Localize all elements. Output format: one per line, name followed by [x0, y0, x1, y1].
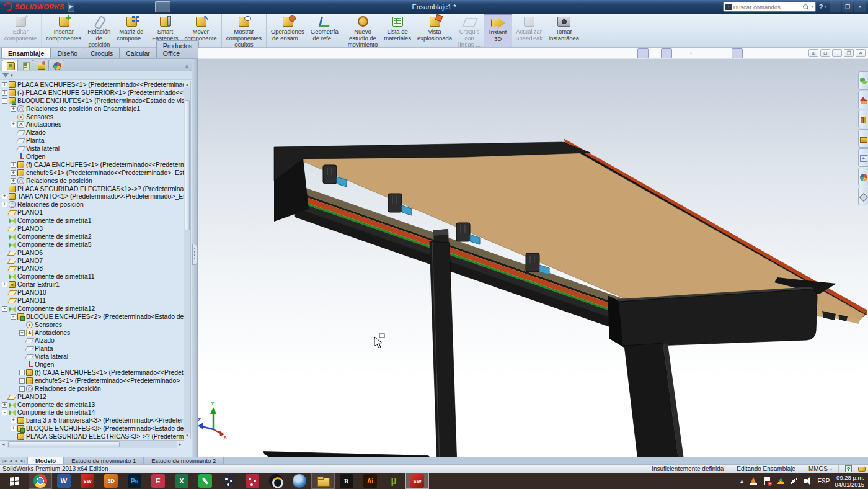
expand-toggle[interactable]: +	[19, 386, 25, 392]
command-tab[interactable]: Diseño	[50, 48, 84, 58]
print-button[interactable]: ▾	[125, 1, 139, 12]
expand-toggle[interactable]: +	[11, 106, 16, 112]
show-hidden-components-button[interactable]: Mostrar componentes ocultos ▾	[223, 14, 267, 47]
last-tab-button[interactable]: ►|	[19, 459, 25, 463]
design-library-tab[interactable]	[858, 110, 868, 128]
appearances-tab[interactable]	[858, 168, 868, 186]
tree-item[interactable]: + TAPA CANTO<1> (Predeterminado<<Predete…	[0, 192, 184, 200]
tray-network-signal-icon[interactable]	[790, 477, 799, 485]
insert-components-button[interactable]: Insertar componentes ▾	[43, 14, 84, 47]
zoom-to-area-button[interactable]: ▾	[696, 48, 707, 58]
tile-windows-button[interactable]: ⊟	[820, 49, 830, 57]
next-tab-button[interactable]: ►	[14, 459, 19, 463]
zoom-to-fit-button[interactable]: ▾	[637, 48, 649, 58]
tree-item[interactable]: Origen	[0, 361, 184, 369]
expand-toggle[interactable]: +	[11, 178, 16, 184]
tree-item[interactable]: - BLOQUE ENCHUFES<1> (Predeterminado<Est…	[0, 97, 184, 105]
taskbar-item[interactable]	[241, 473, 264, 489]
select-button[interactable]: ▾	[155, 1, 170, 12]
solidworks-forum-tab[interactable]	[858, 71, 868, 90]
edit-component-button[interactable]: Editar componente ▾	[1, 14, 42, 47]
expand-toggle[interactable]: +	[11, 170, 16, 176]
shaded-button[interactable]: ▾	[673, 48, 684, 58]
tree-filter-bar[interactable]: ▾	[0, 71, 192, 80]
expand-toggle[interactable]: +	[2, 194, 7, 199]
command-tab[interactable]: Ensamblaje	[1, 48, 51, 58]
tree-item[interactable]: + Cortar-Extruir1	[0, 280, 184, 289]
mate-button[interactable]: Relación de posición ▾	[84, 14, 113, 47]
tree-item[interactable]: Componente de simetría11	[0, 272, 184, 280]
desk-left-leg[interactable]	[430, 241, 457, 457]
model-tab[interactable]: Modelo	[28, 457, 64, 464]
reference-geometry-button[interactable]: Geometría de refe... ▾	[308, 14, 343, 47]
panel-splitter[interactable]	[192, 59, 198, 457]
tree-item[interactable]: PLANO10	[0, 289, 184, 297]
undo-button[interactable]: ▾	[140, 1, 154, 12]
help-button[interactable]: ?	[819, 3, 823, 11]
component-pattern-button[interactable]: Matriz de compone... ▾	[113, 14, 149, 47]
display-manager-tab[interactable]	[48, 60, 64, 71]
doc-close-button[interactable]: ✕	[856, 49, 866, 57]
expand-toggle[interactable]: +	[19, 370, 25, 375]
exploded-view-button[interactable]: Vista explosionada ▾	[414, 14, 455, 47]
expand-toggle[interactable]: +	[11, 418, 16, 423]
expand-toggle[interactable]: +	[2, 402, 7, 408]
tree-vertical-scrollbar[interactable]: ▲ ▼	[184, 81, 191, 439]
minimize-button[interactable]: ─	[830, 2, 841, 12]
hide-show-items-button[interactable]: ▾	[767, 48, 778, 58]
taskbar-item[interactable]	[217, 473, 241, 489]
display-style-button[interactable]: ▾	[755, 48, 766, 58]
rebuild-button[interactable]: ▾	[172, 1, 186, 12]
tree-item[interactable]: - BLOQUE ENCHUFES<2> (Predeterminado<Est…	[0, 313, 184, 321]
tree-item[interactable]: PLANO6	[0, 249, 184, 257]
tree-item[interactable]: + Anotaciones	[0, 329, 184, 337]
scroll-left-arrow-icon[interactable]: ◄	[0, 441, 7, 448]
taskbar-item[interactable]: Ps	[123, 473, 146, 489]
taskbar-item[interactable]	[311, 473, 335, 489]
taskbar-item[interactable]: SW	[76, 473, 99, 489]
tree-item[interactable]: + PLACA ENCHUFES<1> (Predeterminado<<Pre…	[0, 81, 184, 89]
feature-tree-tab[interactable]	[2, 60, 18, 71]
tree-item[interactable]: Origen	[0, 153, 184, 161]
expand-toggle[interactable]: +	[2, 202, 7, 207]
expand-toggle[interactable]: +	[2, 90, 7, 96]
desk-right-leg[interactable]	[624, 343, 678, 457]
expand-toggle[interactable]: +	[19, 378, 25, 384]
taskbar-item[interactable]: E	[146, 473, 170, 489]
tree-item[interactable]: + Anotaciones	[0, 120, 184, 128]
taskbar-item[interactable]: SW	[405, 473, 429, 489]
command-tab[interactable]: Croquis	[84, 48, 120, 58]
taskbar-item[interactable]: Ai	[358, 473, 382, 489]
tree-item[interactable]: + Relaciones de posición	[0, 385, 184, 393]
taskbar-item[interactable]	[29, 473, 52, 489]
expand-toggle[interactable]: +	[11, 426, 16, 431]
configuration-manager-tab[interactable]	[33, 60, 49, 71]
view-orientation-button[interactable]: ▾	[743, 48, 755, 58]
tree-item[interactable]: PLANO12	[0, 393, 184, 401]
file-explorer-tab[interactable]	[858, 129, 868, 148]
graphics-viewport[interactable]: Y Z X	[198, 59, 868, 457]
apply-scene-button[interactable]: ▾	[790, 48, 802, 58]
tree-item[interactable]: - Componente de simetría12	[0, 305, 184, 313]
file-properties-button[interactable]: ▾	[202, 1, 216, 12]
tree-item[interactable]: + Relaciones de posición	[0, 177, 184, 185]
tree-item[interactable]: Sensores	[0, 113, 184, 121]
tree-item[interactable]: Sensores	[0, 321, 184, 329]
taskbar-item[interactable]	[264, 473, 288, 489]
new-motion-study-button[interactable]: Nuevo estudio de movimiento ▾	[345, 14, 381, 47]
tree-item[interactable]: PLANO11	[0, 297, 184, 305]
taskbar-item[interactable]	[288, 473, 311, 489]
close-button[interactable]: ×	[854, 2, 866, 12]
tree-item[interactable]: Alzado	[0, 128, 184, 137]
show-hidden-icons-button[interactable]: ▲	[740, 478, 745, 484]
tree-item[interactable]: + (f) CAJA ENCHUFES<1> (Predeterminado<<…	[0, 369, 184, 377]
taskbar-item[interactable]: R	[335, 473, 358, 489]
tree-item[interactable]: + enchufeS<1> (Predeterminado<<Predeterm…	[0, 377, 184, 385]
expand-toggle[interactable]: +	[2, 82, 7, 87]
tree-item[interactable]: Planta	[0, 137, 184, 145]
tray-google-drive-icon[interactable]	[776, 477, 785, 485]
expand-toggle[interactable]: -	[2, 98, 7, 104]
tree-item[interactable]: + (-) PLACA ENCHUFE SUPERIOR<1> (Predete…	[0, 89, 184, 97]
tree-item[interactable]: Planta	[0, 344, 184, 352]
wireframe-button[interactable]: ▾	[649, 48, 660, 58]
